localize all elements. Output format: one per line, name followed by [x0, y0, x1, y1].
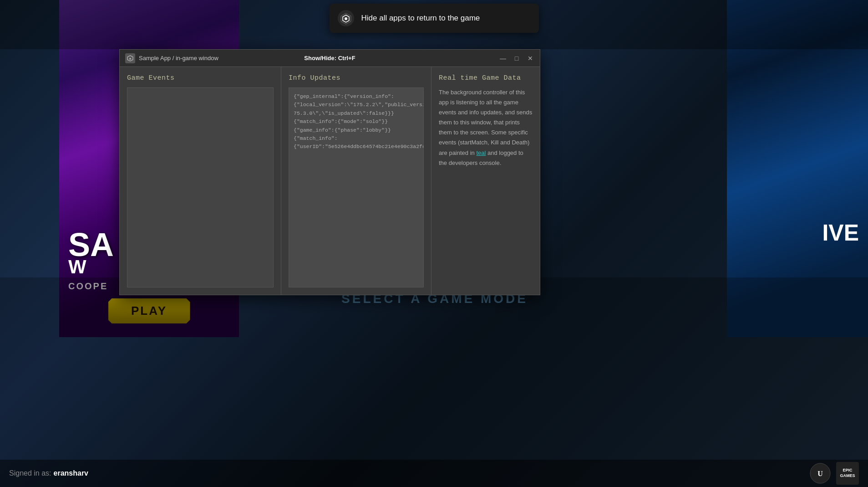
unreal-engine-logo: U	[809, 462, 832, 485]
game-events-area	[127, 87, 274, 287]
window-title: Sample App / in-game window	[139, 55, 218, 62]
minimize-button[interactable]: —	[498, 53, 508, 63]
realtime-panel: Real time Game Data The background contr…	[431, 67, 540, 295]
signed-in-label: Signed in as:	[9, 469, 51, 477]
bottom-bar: Signed in as: eransharv U EPIC GAMES	[0, 460, 868, 487]
dark-overlay-bottom	[0, 277, 868, 460]
console-line-6: {"match_info":	[294, 134, 419, 143]
window-showhide: Show/Hide: Ctrl+F	[304, 55, 355, 62]
left-banner-title: SA	[68, 230, 114, 260]
info-updates-title: Info Updates	[289, 74, 424, 82]
svg-point-9	[129, 58, 131, 60]
svg-text:GAMES: GAMES	[840, 473, 855, 478]
console-line-7: {"userID":"5e526e4ddbc64574bc21e4e90c3a2…	[294, 143, 419, 151]
window-titlebar: Sample App / in-game window Show/Hide: C…	[120, 50, 540, 67]
close-button[interactable]: ✕	[525, 53, 535, 63]
svg-point-7	[345, 17, 347, 20]
overwolf-logo	[338, 10, 354, 26]
console-line-4: {"match_info":{"mode":"solo"}}	[294, 118, 419, 126]
svg-text:U: U	[817, 470, 823, 477]
right-banner-text: IVE	[822, 220, 859, 246]
realtime-desc-part1: The background controller of this app is…	[439, 89, 532, 156]
info-console: {"gep_internal":{"version_info": {"local…	[289, 87, 424, 287]
game-events-title: Game Events	[127, 74, 274, 82]
window-app-icon	[125, 53, 135, 63]
ingame-window: Sample App / in-game window Show/Hide: C…	[119, 49, 540, 295]
left-banner-subtitle: W	[68, 256, 86, 278]
epic-games-logo: EPIC GAMES	[836, 462, 859, 485]
console-line-5: {"game_info":{"phase":"lobby"}}	[294, 126, 419, 134]
maximize-button[interactable]: □	[512, 53, 522, 63]
notification-text: Hide all apps to return to the game	[361, 14, 480, 23]
realtime-title: Real time Game Data	[439, 74, 533, 82]
teal-link: teal	[476, 149, 486, 156]
console-line-1: {"gep_internal":{"version_info":	[294, 92, 419, 101]
svg-text:EPIC: EPIC	[843, 468, 853, 472]
signed-in-user: eransharv	[54, 469, 89, 477]
window-controls: — □ ✕	[498, 53, 535, 63]
info-updates-panel: Info Updates {"gep_internal":{"version_i…	[281, 67, 431, 295]
show-hide-shortcut: Ctrl+F	[338, 55, 355, 62]
console-line-2: {"local_version":\"175.2.2\","public_ver…	[294, 101, 419, 109]
window-body: Game Events Info Updates {"gep_internal"…	[120, 67, 540, 295]
realtime-description: The background controller of this app is…	[439, 87, 533, 168]
bottom-logos: U EPIC GAMES	[809, 462, 859, 485]
game-events-panel: Game Events	[120, 67, 281, 295]
top-notification: Hide all apps to return to the game	[330, 4, 539, 33]
console-line-3: 75.3.0\",\"is_updated\":false}}}	[294, 109, 419, 118]
show-hide-label: Show/Hide:	[304, 55, 338, 62]
